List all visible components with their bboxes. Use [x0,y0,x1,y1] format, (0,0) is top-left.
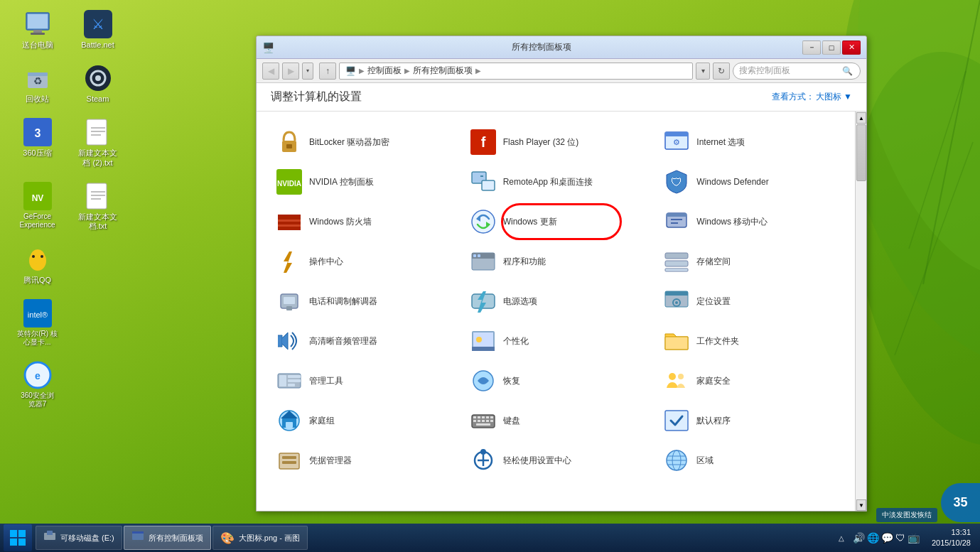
desktop-icon-360browser[interactable]: e 360安全浏览器7 [11,358,64,411]
desktop-icon-qq[interactable]: 腾讯QQ [11,242,64,287]
cp-item-action[interactable]: 操作中心 [271,242,465,281]
internet-icon: ⚙ [664,129,689,155]
view-mode-selector[interactable]: 查看方式： 大图标 ▼ [772,91,852,103]
desktop-icon-recycle[interactable]: ♻ 回收站 [11,61,64,106]
scroll-down-button[interactable]: ▼ [856,499,866,511]
svg-rect-70 [665,269,688,271]
desktop-icon-geforce[interactable]: NV GeForceExperience [11,179,64,233]
forward-button[interactable]: ▶ [282,63,299,80]
svg-rect-9 [31,33,45,35]
back-button[interactable]: ◀ [262,63,279,80]
cp-item-defaults[interactable]: 默认程序 [658,401,852,440]
tray-monitor-icon[interactable]: 📺 [908,532,920,543]
refresh-button[interactable]: ↻ [713,63,730,80]
desktop-icon-360safe[interactable]: 3 360压缩 [11,115,64,169]
cp-item-defender[interactable]: 🛡 Windows Defender [658,162,852,202]
content-area[interactable]: BitLocker 驱动器加密 f Flash Player (32 位) [257,112,866,511]
svg-rect-97 [473,416,476,418]
audio-icon [276,328,302,354]
cp-item-power[interactable]: 电源选项 [465,281,659,321]
newtext2-label: 新建文本文 档.txt [73,212,122,231]
mgmt-label: 管理工具 [309,375,343,387]
scroll-thumb[interactable] [856,124,866,181]
address-path[interactable]: 🖥️ ▶ 控制面板 ▶ 所有控制面板项 ▶ [339,63,693,80]
nvidia-icon: NVIDIA [276,169,302,195]
system-clock[interactable]: 13:31 2015/10/28 [926,527,976,549]
svg-point-56 [472,210,495,233]
bitlocker-icon [276,129,302,155]
cp-item-recovery[interactable]: 恢复 [465,361,659,401]
cp-item-modem[interactable]: 电话和调制解调器 [271,281,465,321]
search-icon[interactable]: 🔍 [840,64,854,78]
svg-rect-105 [486,420,489,422]
svg-rect-94 [286,422,293,428]
cp-item-mobility[interactable]: Windows 移动中心 [658,202,852,242]
close-button[interactable]: ✕ [842,40,861,55]
cp-item-internet[interactable]: ⚙ Internet 选项 [658,122,852,162]
cp-item-audio[interactable]: 高清晰音频管理器 [271,321,465,361]
svg-rect-77 [665,291,688,296]
tray-expand-button[interactable]: △ [836,534,846,542]
360browser-label: 360安全浏览器7 [21,391,54,408]
paint-icon: 🎨 [220,531,235,545]
cp-item-update[interactable]: Windows 更新 [465,202,659,242]
maximize-button[interactable]: □ [822,40,841,55]
cp-item-remoteapp[interactable]: RemoteApp 和桌面连接 [465,162,659,202]
cp-item-storage[interactable]: 存储空间 [658,242,852,281]
region-label: 区域 [696,455,714,467]
scrollbar[interactable]: ▲ ▼ [855,112,866,511]
cp-item-region[interactable]: 区域 [658,440,852,480]
minimize-button[interactable]: － [802,40,821,55]
svg-marker-63 [284,251,292,273]
desktop-icon-battlenet[interactable]: ⚔ Battle.net [71,7,124,52]
tray-shield-icon[interactable]: 🛡 [895,532,905,543]
desktop-icon-steam[interactable]: Steam [71,61,124,106]
control-panel-taskbar-label: 所有控制面板项 [149,533,203,543]
svg-text:3: 3 [34,127,41,139]
desktop-icon-my-computer[interactable]: 送台电脑 [11,7,64,52]
svg-rect-83 [472,347,495,351]
svg-text:♻: ♻ [33,75,42,87]
desktop-icon-newtext2[interactable]: 新建文本文 档.txt [71,179,124,233]
tray-network-icon[interactable]: 🌐 [867,532,879,543]
nav-dropdown[interactable]: ▾ [302,63,313,80]
tray-action-center-icon[interactable]: 💬 [881,532,893,543]
start-button[interactable] [4,524,32,551]
cp-item-workfolder[interactable]: 工作文件夹 [658,321,852,361]
desktop-icon-intel[interactable]: intel® 英特尔(R) 核心显卡... [11,296,64,349]
battlenet-label: Battle.net [81,40,114,50]
cp-item-homegroup[interactable]: 家庭组 [271,401,465,440]
scroll-up-button[interactable]: ▲ [856,112,866,124]
taskbar-item-removable[interactable]: 可移动磁盘 (E:) [36,526,122,550]
cp-item-firewall[interactable]: Windows 防火墙 [271,202,465,242]
cp-item-nvidia[interactable]: NVIDIA NVIDIA 控制面板 [271,162,465,202]
address-dropdown[interactable]: ▾ [696,63,710,80]
up-button[interactable]: ↑ [319,63,336,80]
cp-item-location[interactable]: 定位设置 [658,281,852,321]
taskbar-item-paint[interactable]: 🎨 大图标.png - 画图 [212,526,308,550]
cp-item-keyboard[interactable]: 键盘 [465,401,659,440]
taskbar-item-controlpanel[interactable]: 所有控制面板项 [124,526,211,550]
corner-badge: 35 [941,483,980,522]
cp-item-accessibility[interactable]: 轻松使用设置中心 [465,440,659,480]
geforce-icon: NV [23,181,53,211]
cp-item-family[interactable]: 家庭安全 [658,361,852,401]
steam-label: Steam [87,94,109,104]
desktop-icon-newtext1[interactable]: 新建文本文 档 (2).txt [71,115,124,169]
audio-label: 高清晰音频管理器 [309,335,377,347]
cp-item-programs[interactable]: 程序和功能 [465,242,659,281]
tray-volume-icon[interactable]: 🔊 [853,532,865,543]
svg-line-3 [923,0,980,284]
cp-item-mgmt[interactable]: 管理工具 [271,361,465,401]
cp-item-personal[interactable]: 个性化 [465,321,659,361]
svg-line-5 [895,142,973,355]
search-placeholder: 搜索控制面板 [739,65,840,77]
cp-item-credential[interactable]: 凭据管理器 [271,440,465,480]
mobility-icon [664,209,689,234]
mobility-label: Windows 移动中心 [696,216,768,228]
svg-rect-101 [490,416,493,418]
cp-item-flash[interactable]: f Flash Player (32 位) [465,122,659,162]
cp-item-bitlocker[interactable]: BitLocker 驱动器加密 [271,122,465,162]
search-box[interactable]: 搜索控制面板 🔍 [733,63,861,80]
path-icon: 🖥️ [345,66,356,76]
